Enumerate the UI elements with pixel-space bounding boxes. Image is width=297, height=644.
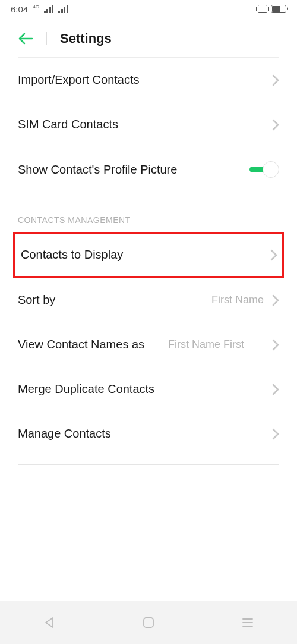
nav-back-icon[interactable] [43,616,56,629]
svg-rect-0 [144,618,153,627]
chevron-right-icon [270,249,277,261]
chevron-right-icon [272,294,279,306]
network-type: 4G [33,4,39,10]
signal-icon-2 [58,5,68,13]
chevron-right-icon [272,384,279,395]
back-arrow-icon[interactable] [18,32,33,45]
page-title: Settings [60,31,112,46]
row-label: Import/Export Contacts [18,72,272,88]
status-bar: 6:04 4G [0,0,297,18]
import-export-row[interactable]: Import/Export Contacts [0,58,297,102]
sim-card-row[interactable]: SIM Card Contacts [0,102,297,147]
row-value: First Name First [168,338,244,351]
app-header: Settings [0,18,297,57]
chevron-right-icon [272,339,279,351]
divider [18,464,279,465]
contacts-to-display-row[interactable]: Contacts to Display [13,232,284,278]
row-label: Merge Duplicate Contacts [18,381,272,397]
nav-home-icon[interactable] [142,616,155,629]
merge-duplicates-row[interactable]: Merge Duplicate Contacts [0,367,297,411]
manage-contacts-row[interactable]: Manage Contacts [0,411,297,456]
vibrate-icon [258,5,267,13]
sort-by-row[interactable]: Sort by First Name [0,278,297,322]
signal-icon [44,5,54,13]
row-label: Manage Contacts [18,426,272,442]
chevron-right-icon [272,428,279,440]
view-names-as-row[interactable]: View Contact Names as First Name First [0,322,297,367]
row-value: First Name [211,294,264,306]
row-label: Sort by [18,292,211,308]
nav-recent-icon[interactable] [241,616,254,629]
row-label: Contacts to Display [21,247,270,263]
status-time: 6:04 [11,4,28,14]
profile-picture-toggle[interactable] [249,161,279,178]
profile-picture-row[interactable]: Show Contact's Profile Picture [0,147,297,192]
section-header-management: CONTACTS MANAGEMENT [0,197,297,232]
chevron-right-icon [272,119,279,131]
header-divider [46,32,47,45]
chevron-right-icon [272,74,279,86]
row-label: Show Contact's Profile Picture [18,162,249,178]
system-nav-bar [0,601,297,644]
row-label: SIM Card Contacts [18,117,272,133]
battery-icon [271,5,286,13]
row-label: View Contact Names as [18,337,148,353]
